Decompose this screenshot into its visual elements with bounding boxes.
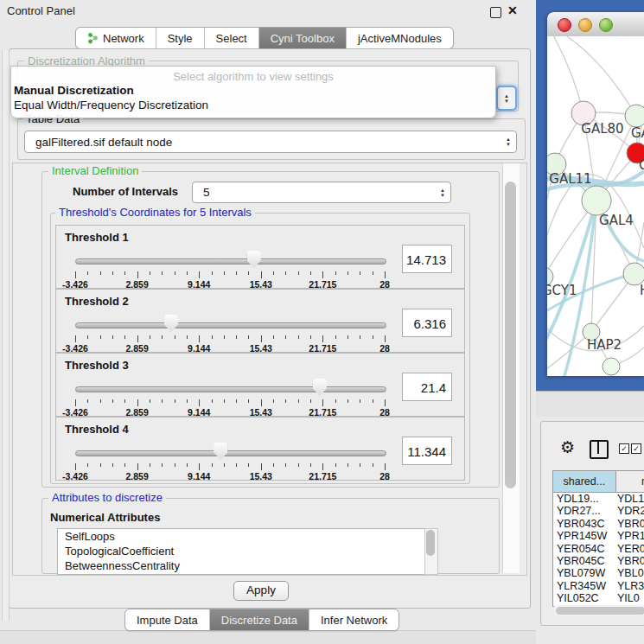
threshold-value-field[interactable]: 21.4 <box>402 373 452 401</box>
threshold-label: Threshold 4 <box>65 423 129 436</box>
column-header-name[interactable]: n <box>616 471 644 492</box>
table-data-combobox[interactable]: galFiltered.sif default node ▲▼ <box>24 131 517 153</box>
table-row[interactable]: YDL19...YDL1 <box>553 493 644 505</box>
tick-mark <box>236 399 237 403</box>
slider-track[interactable] <box>75 258 386 265</box>
apply-button[interactable]: Apply <box>233 581 289 601</box>
tick-mark <box>385 271 386 278</box>
cell-shared-name: YBR043C <box>553 518 617 530</box>
network-node[interactable] <box>603 358 620 375</box>
network-canvas[interactable]: GAL80GACGAL11GAL4GCY1HHAP2 <box>547 36 644 376</box>
tab-infer-network[interactable]: Infer Network <box>309 609 399 630</box>
attributes-list-scrollbar-thumb[interactable] <box>426 530 435 556</box>
minimize-traffic-light-icon[interactable] <box>578 18 592 32</box>
table-row[interactable]: YBL079WYBL0 <box>553 567 644 579</box>
table-row[interactable]: YBR045CYBR0 <box>553 555 644 567</box>
table-row[interactable]: YER054CYER0 <box>553 543 644 555</box>
cell-shared-name: YDL19... <box>553 493 617 505</box>
tab-impute-data[interactable]: Impute Data <box>125 609 209 630</box>
tick-mark <box>285 463 286 467</box>
network-window-titlebar[interactable] <box>547 12 644 37</box>
tick-mark <box>322 463 323 470</box>
node-label-gcy1: GCY1 <box>547 283 577 298</box>
table-row[interactable]: YDR27...YDR2 <box>553 505 644 517</box>
tick-mark <box>224 335 225 339</box>
gear-icon[interactable]: ⚙ <box>560 439 575 456</box>
split-columns-icon[interactable] <box>590 440 609 459</box>
numerical-attributes-label: Numerical Attributes <box>50 511 160 524</box>
cell-shared-name: YBR045C <box>553 555 617 567</box>
table-row[interactable]: YPR145WYPR1 <box>553 530 644 542</box>
tab-network[interactable]: Network <box>76 28 156 48</box>
checkbox-icon[interactable]: ✓ <box>619 443 629 454</box>
splitter-gutter[interactable] <box>2 50 10 621</box>
tab-style[interactable]: Style <box>156 28 204 48</box>
tick-mark <box>236 335 237 339</box>
tick-mark <box>175 463 175 467</box>
numerical-attributes-list[interactable]: SelfLoopsTopologicalCoefficientBetweenne… <box>57 528 425 575</box>
tab-select[interactable]: Select <box>204 28 258 48</box>
slider-tick-labels: -3.4262.8599.14415.4321.71528 <box>75 407 385 417</box>
cell-shared-name: YER054C <box>553 543 617 555</box>
node-label-ga: GA <box>631 125 644 141</box>
tick-mark <box>212 335 213 339</box>
tick-mark <box>112 271 113 275</box>
threshold-slider[interactable]: -3.4262.8599.14415.4321.71528 <box>75 314 385 350</box>
attribute-item-betweennesscentrality[interactable]: BetweennessCentrality <box>58 558 424 573</box>
close-icon[interactable]: ✕ <box>507 3 518 17</box>
network-graph[interactable]: GAL80GACGAL11GAL4GCY1HHAP2 <box>547 36 644 376</box>
attribute-item-topologicalcoefficient[interactable]: TopologicalCoefficient <box>58 544 424 558</box>
threshold-value-field[interactable]: 11.344 <box>402 437 452 465</box>
table-row[interactable]: YIL052CYIL0 <box>553 592 644 604</box>
algorithm-options: Manual DiscretizationEqual Width/Frequen… <box>11 83 495 112</box>
threshold-row-1: Threshold 1-3.4262.8599.14415.4321.71528… <box>55 225 465 289</box>
slider-thumb[interactable] <box>164 315 178 332</box>
number-of-intervals-combobox[interactable]: 5 ▲▼ <box>192 182 451 203</box>
network-edge[interactable] <box>556 36 636 116</box>
horizontal-scrollbar[interactable] <box>554 605 644 615</box>
close-traffic-light-icon[interactable] <box>558 18 571 32</box>
slider-track[interactable] <box>75 450 386 456</box>
tick-mark <box>212 271 213 275</box>
threshold-slider[interactable]: -3.4262.8599.14415.4321.71528 <box>75 250 385 286</box>
tick-mark <box>298 399 299 403</box>
network-node[interactable] <box>582 186 611 215</box>
slider-thumb[interactable] <box>247 251 261 268</box>
tick-mark <box>87 463 88 467</box>
algorithm-option-equal-width-frequency-discretization[interactable]: Equal Width/Frequency Discretization <box>11 98 495 112</box>
tab-jactivemnodules[interactable]: jActiveMNodules <box>346 28 453 48</box>
stepper-down-icon: ▼ <box>504 99 509 104</box>
tick-mark <box>273 463 274 467</box>
threshold-value-field[interactable]: 14.713 <box>402 245 452 273</box>
node-label-gal80: GAL80 <box>581 121 623 137</box>
tab-discretize-data[interactable]: Discretize Data <box>209 609 309 630</box>
algorithm-combobox-stepper[interactable]: ▲ ▼ <box>496 86 517 111</box>
cell-shared-name: YBL079W <box>553 567 617 579</box>
tick-mark <box>335 399 336 403</box>
column-header-shared-name[interactable]: shared... <box>553 471 616 492</box>
zoom-traffic-light-icon[interactable] <box>599 18 613 32</box>
table-row[interactable]: YBR043CYBR0 <box>553 518 644 530</box>
tick-mark <box>87 271 88 275</box>
tick-mark <box>310 271 311 275</box>
algorithm-option-manual-discretization[interactable]: Manual Discretization <box>11 83 495 98</box>
panel-title: Control Panel <box>7 4 75 17</box>
float-window-icon[interactable] <box>490 7 501 18</box>
tab-cyni-toolbox[interactable]: Cyni Toolbox <box>258 28 346 48</box>
table-row[interactable]: YLR345WYLR3 <box>553 580 644 592</box>
horizontal-scrollbar-thumb[interactable] <box>556 607 644 615</box>
threshold-slider[interactable]: -3.4262.8599.14415.4321.71528 <box>75 378 385 414</box>
threshold-value-field[interactable]: 6.316 <box>402 309 452 337</box>
slider-track[interactable] <box>75 386 386 392</box>
threshold-slider[interactable]: -3.4262.8599.14415.4321.71528 <box>75 442 385 478</box>
slider-thumb[interactable] <box>214 443 227 460</box>
checkbox-icon[interactable]: ✓ <box>631 443 641 454</box>
tick-mark <box>150 463 150 467</box>
slider-thumb[interactable] <box>313 379 327 396</box>
slider-track[interactable] <box>75 322 386 328</box>
vertical-scrollbar-thumb[interactable] <box>505 182 516 488</box>
attribute-item-selfloops[interactable]: SelfLoops <box>58 529 424 544</box>
tick-mark <box>112 335 113 339</box>
tick-mark <box>112 399 113 403</box>
network-node[interactable] <box>625 105 644 127</box>
